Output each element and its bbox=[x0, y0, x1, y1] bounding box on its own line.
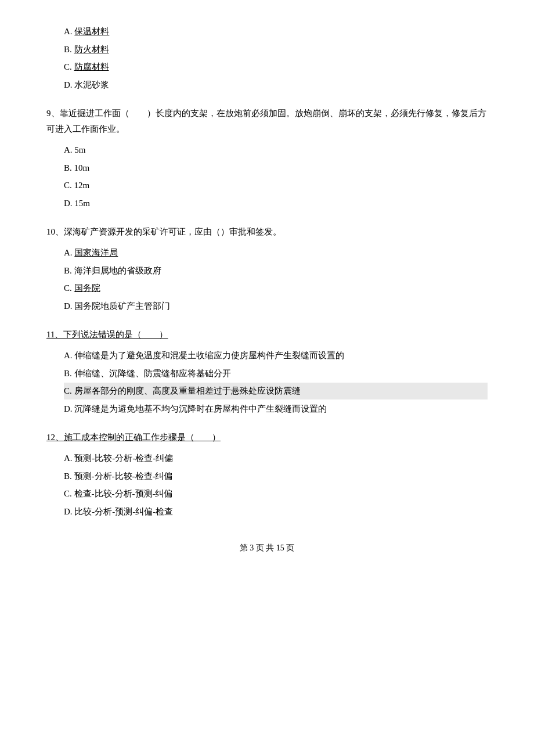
option-9b: B. 10m bbox=[64, 160, 488, 177]
option-11a-label: A. bbox=[64, 351, 74, 360]
option-11a: A. 伸缩缝是为了避免温度和混凝土收缩应力使房屋构件产生裂缝而设置的 bbox=[64, 347, 488, 364]
question-10-text: 10、深海矿产资源开发的采矿许可证，应由（）审批和签发。 bbox=[46, 224, 488, 240]
option-12c: C. 检查-比较-分析-预测-纠偏 bbox=[64, 485, 488, 502]
option-9a-label: A. bbox=[64, 145, 74, 154]
option-12c-text: 检查-比较-分析-预测-纠偏 bbox=[74, 489, 173, 498]
option-9c-label: C. bbox=[64, 181, 74, 190]
option-9d: D. 15m bbox=[64, 195, 488, 212]
question-12-options: A. 预测-比较-分析-检查-纠偏 B. 预测-分析-比较-检查-纠偏 C. 检… bbox=[64, 450, 488, 520]
option-8d: D. 水泥砂浆 bbox=[64, 77, 488, 93]
option-8d-label: D. bbox=[64, 80, 73, 89]
option-11d-label: D. bbox=[64, 404, 74, 413]
option-11c-label: C. bbox=[64, 386, 74, 395]
option-9d-label: D. bbox=[64, 199, 74, 208]
option-10c-text: 国务院 bbox=[74, 283, 100, 293]
question-12-block: 12、施工成本控制的正确工作步骤是（ ） A. 预测-比较-分析-检查-纠偏 B… bbox=[46, 430, 488, 520]
option-9d-text: 15m bbox=[74, 199, 90, 208]
option-10b: B. 海洋归属地的省级政府 bbox=[64, 262, 488, 279]
option-11a-text: 伸缩缝是为了避免温度和混凝土收缩应力使房屋构件产生裂缝而设置的 bbox=[74, 351, 344, 360]
option-10b-text: 海洋归属地的省级政府 bbox=[74, 266, 161, 275]
option-11d-text: 沉降缝是为避免地基不均匀沉降时在房屋构件中产生裂缝而设置的 bbox=[74, 404, 327, 413]
option-11b: B. 伸缩缝、沉降缝、防震缝都应将基础分开 bbox=[64, 365, 488, 382]
option-12a: A. 预测-比较-分析-检查-纠偏 bbox=[64, 450, 488, 467]
option-11b-label: B. bbox=[64, 369, 74, 378]
option-10d: D. 国务院地质矿产主管部门 bbox=[64, 298, 488, 315]
question-8-options: A. 保温材料 B. 防火材料 C. 防腐材料 D. 水泥砂浆 bbox=[64, 23, 488, 93]
option-12b-label: B. bbox=[64, 471, 74, 481]
option-10a: A. 国家海洋局 bbox=[64, 244, 488, 261]
option-8b-text: 防火材料 bbox=[74, 45, 109, 54]
question-9-text: 9、靠近掘进工作面（ ）长度内的支架，在放炮前必须加固。放炮崩倒、崩坏的支架，必… bbox=[46, 106, 488, 137]
option-8b-label: B. bbox=[64, 45, 72, 54]
option-12b: B. 预测-分析-比较-检查-纠偏 bbox=[64, 468, 488, 485]
option-9c: C. 12m bbox=[64, 177, 488, 194]
option-12d: D. 比较-分析-预测-纠偏-检查 bbox=[64, 503, 488, 520]
option-12a-label: A. bbox=[64, 453, 74, 463]
option-10d-label: D. bbox=[64, 301, 74, 311]
option-11b-text: 伸缩缝、沉降缝、防震缝都应将基础分开 bbox=[74, 369, 231, 378]
option-12b-text: 预测-分析-比较-检查-纠偏 bbox=[74, 471, 173, 481]
option-9c-text: 12m bbox=[74, 181, 90, 190]
question-9-block: 9、靠近掘进工作面（ ）长度内的支架，在放炮前必须加固。放炮崩倒、崩坏的支架，必… bbox=[46, 106, 488, 211]
option-9b-text: 10m bbox=[74, 163, 90, 172]
option-8c-label: C. bbox=[64, 62, 72, 71]
question-8-options-block: A. 保温材料 B. 防火材料 C. 防腐材料 D. 水泥砂浆 bbox=[46, 23, 488, 93]
page-info: 第 3 页 共 15 页 bbox=[240, 543, 295, 552]
option-10a-text: 国家海洋局 bbox=[74, 248, 118, 257]
option-12c-label: C. bbox=[64, 489, 74, 498]
option-12d-text: 比较-分析-预测-纠偏-检查 bbox=[74, 507, 173, 516]
question-11-block: 11、下列说法错误的是（ ） A. 伸缩缝是为了避免温度和混凝土收缩应力使房屋构… bbox=[46, 327, 488, 417]
option-10a-label: A. bbox=[64, 248, 74, 257]
option-10c-label: C. bbox=[64, 283, 74, 293]
question-11-text: 11、下列说法错误的是（ ） bbox=[46, 327, 488, 343]
option-8a: A. 保温材料 bbox=[64, 23, 488, 40]
option-8a-text: 保温材料 bbox=[74, 27, 109, 36]
option-11c-text: 房屋各部分的刚度、高度及重量相差过于悬殊处应设防震缝 bbox=[74, 386, 301, 395]
question-11-options: A. 伸缩缝是为了避免温度和混凝土收缩应力使房屋构件产生裂缝而设置的 B. 伸缩… bbox=[64, 347, 488, 417]
option-10d-text: 国务院地质矿产主管部门 bbox=[74, 301, 170, 311]
exam-page: A. 保温材料 B. 防火材料 C. 防腐材料 D. 水泥砂浆 9、靠近掘进工作… bbox=[0, 0, 534, 756]
question-10-options: A. 国家海洋局 B. 海洋归属地的省级政府 C. 国务院 D. 国务院地质矿产… bbox=[64, 244, 488, 314]
option-10b-label: B. bbox=[64, 266, 74, 275]
question-10-block: 10、深海矿产资源开发的采矿许可证，应由（）审批和签发。 A. 国家海洋局 B.… bbox=[46, 224, 488, 314]
option-9a: A. 5m bbox=[64, 142, 488, 159]
option-9a-text: 5m bbox=[74, 145, 85, 154]
option-10c: C. 国务院 bbox=[64, 280, 488, 297]
question-12-text: 12、施工成本控制的正确工作步骤是（ ） bbox=[46, 430, 488, 445]
question-9-options: A. 5m B. 10m C. 12m D. 15m bbox=[64, 142, 488, 211]
option-8c: C. 防腐材料 bbox=[64, 59, 488, 75]
option-8d-text: 水泥砂浆 bbox=[74, 80, 109, 89]
option-9b-label: B. bbox=[64, 163, 74, 172]
option-12d-label: D. bbox=[64, 507, 74, 516]
option-11d: D. 沉降缝是为避免地基不均匀沉降时在房屋构件中产生裂缝而设置的 bbox=[64, 401, 488, 417]
page-footer: 第 3 页 共 15 页 bbox=[46, 543, 488, 553]
option-8b: B. 防火材料 bbox=[64, 41, 488, 58]
option-8a-label: A. bbox=[64, 27, 73, 36]
option-12a-text: 预测-比较-分析-检查-纠偏 bbox=[74, 453, 173, 463]
option-8c-text: 防腐材料 bbox=[74, 62, 109, 71]
option-11c: C. 房屋各部分的刚度、高度及重量相差过于悬殊处应设防震缝 bbox=[64, 383, 488, 399]
